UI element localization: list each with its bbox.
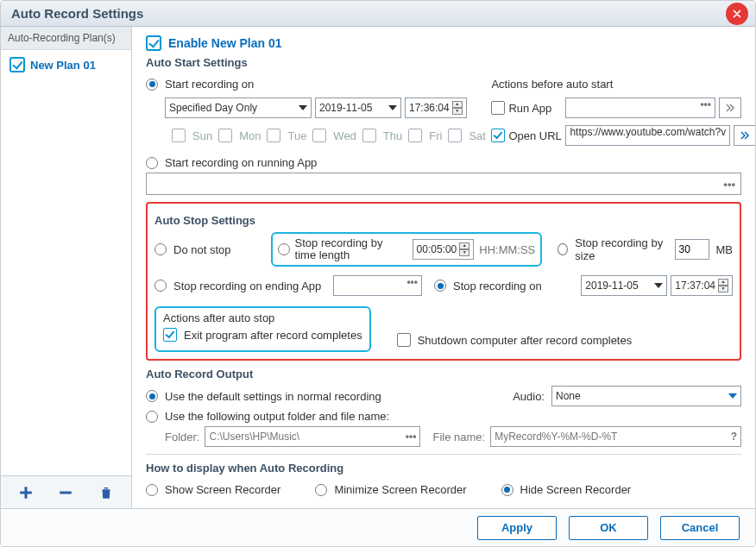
ellipsis-icon[interactable]: ••• bbox=[406, 431, 417, 443]
radio-stop-on[interactable] bbox=[434, 280, 446, 292]
body: Auto-Recording Plan(s) New Plan 01 Enabl… bbox=[1, 27, 755, 508]
shutdown-checkbox[interactable] bbox=[397, 333, 411, 347]
sidebar-header: Auto-Recording Plan(s) bbox=[1, 27, 131, 50]
autostop-section: Auto Stop Settings Do not stop Stop reco… bbox=[146, 202, 741, 361]
sidebar-toolbar bbox=[1, 475, 131, 508]
apply-button[interactable]: Apply bbox=[477, 516, 557, 540]
chevron-down-icon bbox=[299, 105, 307, 110]
radio-output-custom[interactable] bbox=[146, 411, 158, 423]
separator bbox=[146, 454, 741, 455]
run-app-checkbox[interactable] bbox=[491, 101, 505, 115]
autostart-row1: Start recording on Actions before auto s… bbox=[146, 74, 741, 94]
stop-time-spinner[interactable]: 17:37:04▲▼ bbox=[671, 275, 733, 296]
remove-plan-button[interactable] bbox=[54, 481, 78, 505]
trash-icon bbox=[98, 485, 114, 500]
output-title: Auto Record Output bbox=[146, 368, 741, 380]
autostart-row3: Sun Mon Tue Wed Thu Fri Sat Open URL htt… bbox=[146, 122, 741, 149]
checkbox-icon[interactable] bbox=[9, 57, 25, 72]
audio-select[interactable]: None bbox=[551, 386, 741, 406]
size-input[interactable] bbox=[675, 239, 709, 260]
radio-stop-length[interactable] bbox=[278, 243, 290, 255]
actions-after-group: Actions after auto stop Exit program aft… bbox=[154, 306, 733, 352]
day-wed[interactable] bbox=[312, 129, 326, 142]
plus-icon bbox=[18, 485, 34, 500]
run-app-input[interactable]: ••• bbox=[565, 97, 715, 118]
radio-hide[interactable] bbox=[501, 484, 513, 496]
running-app-input[interactable]: ••• bbox=[146, 173, 741, 195]
main-panel: Enable New Plan 01 Auto Start Settings S… bbox=[132, 27, 755, 508]
open-url-input[interactable]: https://www.youtube.com/watch?v bbox=[565, 125, 730, 146]
double-chevron-right-icon bbox=[739, 129, 751, 141]
chevron-down-icon bbox=[728, 393, 737, 399]
day-sat[interactable] bbox=[448, 129, 462, 142]
svg-rect-1 bbox=[20, 491, 32, 494]
start-time-spinner[interactable]: 17:36:04▲▼ bbox=[405, 97, 467, 118]
sidebar: Auto-Recording Plan(s) New Plan 01 bbox=[1, 27, 132, 508]
radio-stop-ending-app[interactable] bbox=[154, 280, 167, 292]
plan-item[interactable]: New Plan 01 bbox=[1, 50, 131, 79]
help-icon[interactable]: ? bbox=[731, 431, 737, 443]
actions-before-label: Actions before auto start bbox=[491, 78, 613, 91]
radio-start-running-app[interactable] bbox=[146, 157, 158, 169]
start-date-select[interactable]: 2019-11-05 bbox=[315, 97, 401, 118]
svg-rect-2 bbox=[60, 491, 72, 494]
autostart-title: Auto Start Settings bbox=[146, 56, 741, 69]
radio-minimize[interactable] bbox=[315, 484, 327, 496]
enable-plan-label: Enable New Plan 01 bbox=[168, 36, 282, 50]
stop-date-select[interactable]: 2019-11-05 bbox=[581, 275, 667, 296]
day-tue[interactable] bbox=[267, 129, 280, 142]
radio-output-default[interactable] bbox=[146, 390, 158, 402]
sidebar-list: New Plan 01 bbox=[1, 50, 131, 475]
start-running-app-label: Start recording on running App bbox=[165, 156, 317, 169]
day-fri[interactable] bbox=[408, 129, 422, 142]
open-url-checkbox[interactable] bbox=[491, 129, 505, 142]
minus-icon bbox=[58, 485, 73, 500]
day-thu[interactable] bbox=[362, 129, 376, 142]
actions-after-box: Actions after auto stop Exit program aft… bbox=[154, 306, 371, 352]
plan-label: New Plan 01 bbox=[30, 59, 96, 72]
cancel-button[interactable]: Cancel bbox=[660, 516, 740, 540]
ellipsis-icon[interactable]: ••• bbox=[723, 178, 735, 191]
run-app-go-button[interactable] bbox=[719, 97, 741, 118]
enable-plan-row[interactable]: Enable New Plan 01 bbox=[146, 35, 741, 51]
ellipsis-icon[interactable]: ••• bbox=[700, 98, 711, 117]
exit-program-checkbox[interactable] bbox=[163, 328, 177, 342]
double-chevron-right-icon bbox=[724, 102, 736, 114]
delete-plan-button[interactable] bbox=[94, 481, 118, 505]
display-title: How to display when Auto Recording bbox=[146, 462, 741, 475]
run-app-label: Run App bbox=[508, 102, 562, 115]
ending-app-input[interactable]: ••• bbox=[333, 275, 422, 296]
footer: Apply OK Cancel bbox=[1, 508, 755, 546]
autostop-title: Auto Stop Settings bbox=[154, 214, 733, 227]
open-url-go-button[interactable] bbox=[734, 125, 755, 146]
autostart-row2: Specified Day Only 2019-11-05 17:36:04▲▼… bbox=[146, 94, 741, 122]
stop-by-length-box: Stop recording by time length 00:05:00▲▼… bbox=[271, 232, 543, 267]
day-sun[interactable] bbox=[172, 129, 186, 142]
close-button[interactable] bbox=[726, 3, 748, 25]
schedule-mode-select[interactable]: Specified Day Only bbox=[165, 97, 312, 118]
close-icon bbox=[731, 8, 743, 20]
radio-start-on[interactable] bbox=[146, 79, 158, 91]
open-url-label: Open URL bbox=[508, 129, 562, 142]
chevron-down-icon bbox=[654, 283, 663, 288]
ellipsis-icon[interactable]: ••• bbox=[406, 276, 418, 295]
radio-stop-size[interactable] bbox=[558, 243, 568, 255]
start-on-label: Start recording on bbox=[165, 78, 254, 91]
radio-show[interactable] bbox=[146, 484, 158, 496]
window-title: Auto Record Settings bbox=[11, 6, 726, 21]
enable-plan-checkbox[interactable] bbox=[146, 35, 161, 51]
radio-no-stop[interactable] bbox=[154, 243, 167, 255]
title-bar: Auto Record Settings bbox=[1, 1, 755, 27]
day-mon[interactable] bbox=[218, 129, 232, 142]
chevron-down-icon bbox=[388, 105, 397, 110]
ok-button[interactable]: OK bbox=[569, 516, 648, 540]
folder-input[interactable]: C:\Users\HP\Music\••• bbox=[205, 426, 420, 447]
days-row: Sun Mon Tue Wed Thu Fri Sat bbox=[146, 122, 479, 149]
add-plan-button[interactable] bbox=[14, 481, 38, 505]
filename-input[interactable]: MyRecord%Y-%M-%D-%T? bbox=[490, 426, 741, 447]
length-spinner[interactable]: 00:05:00▲▼ bbox=[413, 239, 475, 260]
